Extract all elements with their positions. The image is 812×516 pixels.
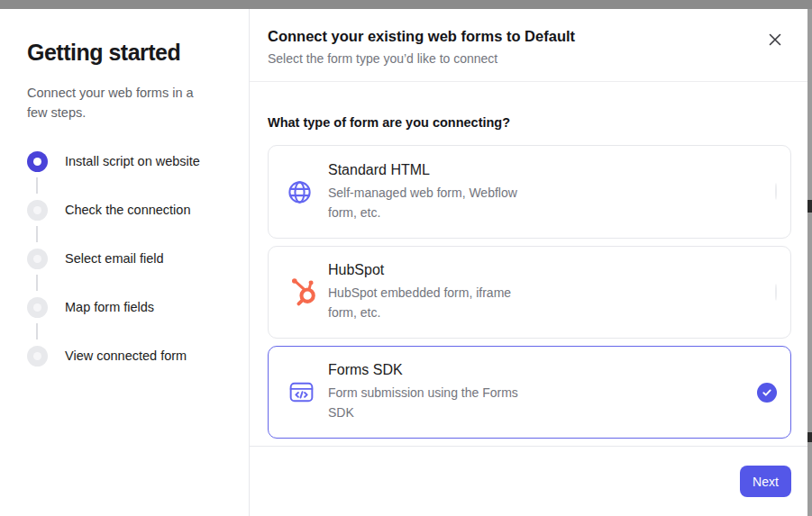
option-description: Self-managed web form, Webflow form, etc… (328, 183, 539, 222)
step-connector (36, 323, 38, 339)
browser-top-bar (0, 0, 812, 9)
step-check-connection: Check the connection (27, 200, 224, 249)
step-connector (36, 275, 38, 291)
dialog-subtitle: Select the form type you’d like to conne… (268, 51, 575, 66)
step-select-email-field: Select email field (27, 249, 224, 297)
connect-forms-dialog: Connect your existing web forms to Defau… (250, 9, 807, 516)
step-active-indicator-icon (27, 151, 48, 172)
option-text: HubSpot HubSpot embedded form, iframe fo… (328, 262, 539, 322)
form-type-question: What type of form are you connecting? (268, 115, 791, 130)
sidebar-subtitle: Connect your web forms in a few steps. (27, 83, 216, 122)
option-title: Standard HTML (328, 162, 539, 178)
code-window-icon (287, 377, 321, 407)
dialog-body: What type of form are you connecting? St… (250, 82, 807, 446)
step-label: Install script on website (65, 151, 200, 168)
steps-list: Install script on website Check the conn… (27, 151, 224, 394)
option-title: Forms SDK (328, 362, 539, 378)
step-connector (36, 226, 38, 242)
dialog-footer: Next (250, 446, 807, 516)
step-view-connected-form: View connected form (27, 346, 224, 394)
option-text: Forms SDK Form submission using the Form… (328, 362, 539, 422)
radio-unselected-icon[interactable] (775, 184, 777, 200)
option-text: Standard HTML Self-managed web form, Web… (328, 162, 539, 222)
step-label: View connected form (65, 346, 187, 363)
option-title: HubSpot (328, 262, 539, 278)
screen: Getting started Connect your web forms i… (0, 0, 812, 516)
step-map-form-fields: Map form fields (27, 297, 224, 346)
getting-started-sidebar: Getting started Connect your web forms i… (0, 9, 250, 516)
step-label: Check the connection (65, 200, 190, 217)
option-hubspot[interactable]: HubSpot HubSpot embedded form, iframe fo… (268, 246, 791, 339)
step-pending-indicator-icon (27, 200, 48, 221)
dialog-header: Connect your existing web forms to Defau… (250, 9, 807, 82)
modal-content: Getting started Connect your web forms i… (0, 9, 807, 516)
dialog-title: Connect your existing web forms to Defau… (268, 28, 575, 45)
step-pending-indicator-icon (27, 249, 48, 269)
background-page-fragment (807, 432, 812, 442)
globe-icon (287, 179, 321, 205)
step-pending-indicator-icon (27, 297, 48, 318)
radio-unselected-icon[interactable] (775, 285, 777, 301)
step-label: Select email field (65, 249, 164, 266)
option-description: HubSpot embedded form, iframe form, etc. (328, 283, 539, 322)
background-page-fragment (807, 200, 812, 213)
step-install-script: Install script on website (27, 151, 224, 200)
radio-selected-check-icon[interactable] (757, 383, 777, 403)
option-description: Form submission using the Forms SDK (328, 383, 539, 422)
step-connector (36, 177, 38, 194)
dialog-header-text: Connect your existing web forms to Defau… (268, 28, 575, 66)
next-button[interactable]: Next (740, 466, 791, 497)
step-label: Map form fields (65, 297, 154, 314)
option-forms-sdk[interactable]: Forms SDK Form submission using the Form… (268, 346, 791, 439)
step-pending-indicator-icon (27, 346, 48, 367)
sidebar-title: Getting started (27, 40, 224, 66)
background-page-sliver (807, 9, 812, 516)
hubspot-icon (287, 276, 321, 309)
option-standard-html[interactable]: Standard HTML Self-managed web form, Web… (268, 145, 791, 239)
close-icon[interactable] (766, 31, 784, 49)
